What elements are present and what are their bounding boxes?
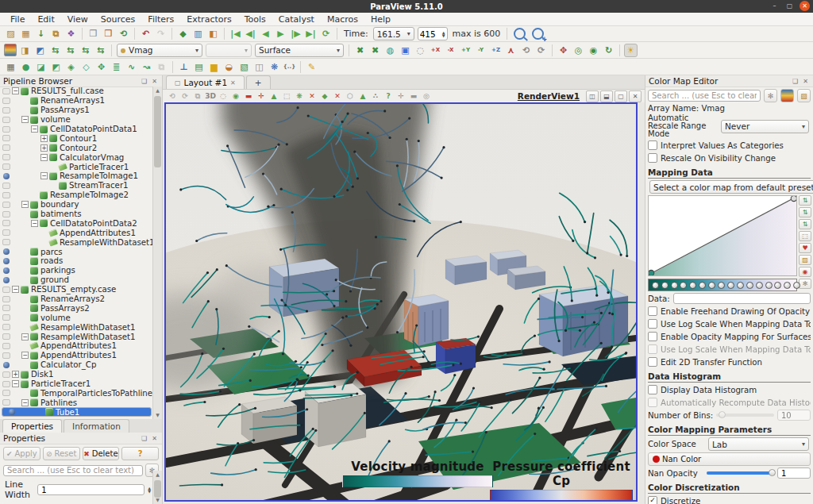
color-space-select[interactable]: Lab▾ [708, 437, 809, 451]
probe-icon[interactable]: ◒ [222, 60, 236, 74]
preset-select[interactable]: Select a color map from default presets▾ [649, 180, 813, 194]
slice-icon[interactable]: ◩ [49, 60, 63, 74]
grow-selection-icon[interactable]: ? [383, 90, 394, 102]
advanced-search-icon[interactable]: ✻ [799, 279, 811, 289]
color-control-point[interactable] [661, 282, 669, 289]
menu-filters[interactable]: Filters [142, 13, 179, 25]
render-icon[interactable]: ❖ [64, 27, 78, 40]
checkbox[interactable] [648, 306, 657, 316]
visibility-toggle[interactable] [0, 154, 12, 160]
split-horizontal-icon[interactable]: ◫ [586, 90, 599, 102]
visibility-toggle[interactable] [0, 399, 12, 406]
texture-icon[interactable]: ▧ [237, 60, 251, 74]
visibility-toggle[interactable] [0, 126, 12, 133]
interactive-select-cells-icon[interactable]: ✕ [332, 90, 343, 102]
color-control-point[interactable] [727, 282, 734, 289]
pipeline-item-results-full-case[interactable]: −RESULTS_full.case [0, 87, 153, 96]
visibility-toggle[interactable] [0, 305, 12, 311]
properties-search-input[interactable] [3, 465, 143, 476]
pipeline-item-calculator-cp[interactable]: Calculator_Cp [0, 360, 153, 370]
visibility-toggle[interactable] [0, 352, 12, 359]
discretize-checkbox[interactable] [648, 496, 657, 504]
color-control-point[interactable] [708, 282, 715, 289]
zoom-to-data-globe-icon[interactable]: ◍ [383, 44, 397, 57]
hidden-eye-icon[interactable] [2, 381, 10, 387]
server-connect-icon[interactable]: ▥ [191, 27, 205, 40]
pipeline-item-pathlines[interactable]: −Pathlines [0, 398, 153, 407]
select-surface-cells-icon[interactable]: ◉ [230, 90, 241, 102]
rescale-visible-range-icon[interactable]: ⇅ [799, 219, 811, 229]
light-kit-icon[interactable]: ☀ [624, 44, 638, 57]
nan-opacity-input[interactable] [777, 467, 811, 479]
nan-opacity-slider[interactable] [707, 471, 774, 475]
copy-screenshot-icon[interactable]: ❒ [87, 27, 100, 40]
expand-icon[interactable]: + [12, 371, 19, 378]
set-view-plus-x-icon[interactable]: +X [429, 44, 442, 57]
play-icon[interactable]: ▶ [274, 27, 287, 40]
plot-over-line-icon[interactable]: ⊥ [177, 60, 191, 74]
pipeline-item-resampletoimage2[interactable]: ResampleToImage2 [0, 190, 153, 200]
zoom-closest-icon[interactable]: ▣ [399, 44, 412, 57]
render-scene[interactable] [166, 104, 636, 500]
visible-eye-icon[interactable] [3, 173, 10, 179]
pipeline-item-particletracer1[interactable]: −ParticleTracer1 [0, 379, 153, 389]
visibility-toggle[interactable] [0, 98, 12, 104]
glyph-icon[interactable]: ≣ [110, 60, 123, 74]
visibility-toggle[interactable] [0, 287, 12, 293]
select-frustum-points-icon[interactable]: ⬚ [281, 90, 292, 102]
maximize-view-icon[interactable]: ▢ [615, 90, 627, 102]
ruler-icon[interactable]: ✎ [305, 60, 318, 74]
hidden-eye-icon[interactable] [2, 183, 10, 189]
visibility-toggle[interactable] [0, 324, 12, 330]
reset-center-icon[interactable]: ◎ [572, 44, 585, 57]
opacity-transfer-function-editor[interactable] [648, 195, 797, 276]
hidden-eye-icon[interactable] [2, 144, 10, 151]
scroll-up-icon[interactable]: ▲ [153, 471, 162, 479]
visibility-toggle[interactable] [0, 135, 12, 141]
color-palette-icon[interactable]: ◧ [206, 27, 220, 40]
menu-tools[interactable]: Tools [239, 13, 272, 25]
histogram-icon[interactable]: ▆ [207, 60, 221, 74]
help-button[interactable]: ? [121, 447, 159, 460]
frame-spinbox[interactable]: ▲▼ [418, 27, 448, 40]
visible-eye-icon[interactable] [3, 248, 10, 255]
scroll-up-icon[interactable]: ▲ [153, 87, 162, 94]
save-colormap-icon[interactable]: ▨ [797, 89, 811, 102]
step-forward-icon[interactable]: |▶ [289, 27, 302, 40]
hidden-eye-icon[interactable] [2, 154, 10, 160]
scroll-thumb[interactable] [154, 96, 161, 167]
rotate-90-cw-icon[interactable]: ⟳ [534, 44, 548, 57]
hidden-eye-icon[interactable] [2, 287, 10, 293]
visibility-toggle[interactable] [0, 296, 12, 302]
pipeline-item-resampletoimage1[interactable]: −ResampleToImage1 [0, 171, 153, 181]
clip-icon[interactable]: ◪ [34, 60, 48, 74]
hidden-eye-icon[interactable] [2, 343, 10, 349]
redo-icon[interactable]: ↷ [154, 27, 168, 40]
properties-scrollbar[interactable]: ▲ ▼ [152, 471, 162, 504]
pipeline-item-parkings[interactable]: parkings [0, 266, 153, 275]
visibility-toggle[interactable] [0, 88, 12, 94]
select-frustum-cells-icon[interactable]: ▲ [268, 90, 279, 102]
menu-file[interactable]: File [5, 13, 30, 25]
visibility-toggle[interactable] [0, 107, 12, 113]
pipeline-item-results-empty-case[interactable]: −RESULTS_empty.case [0, 285, 153, 294]
hidden-eye-icon[interactable] [2, 371, 10, 378]
undock-icon[interactable]: ❏ [791, 77, 800, 86]
clear-selection-icon[interactable]: ▬ [243, 90, 254, 102]
choose-preset-folder-icon[interactable]: ▨ [799, 255, 811, 265]
collapse-icon[interactable]: − [21, 352, 29, 359]
hidden-eye-icon[interactable] [2, 88, 10, 94]
hidden-eye-icon[interactable] [2, 314, 10, 321]
hidden-eye-icon[interactable] [2, 399, 10, 406]
checkbox[interactable] [648, 319, 657, 329]
scroll-down-icon[interactable]: ▼ [153, 496, 162, 504]
add-selection-icon[interactable]: ✛ [395, 90, 406, 102]
camera-redo-icon[interactable]: ⟳ [179, 90, 191, 102]
hidden-eye-icon[interactable] [2, 220, 10, 226]
select-polygon-points-icon[interactable]: ✕ [306, 90, 318, 102]
set-view-plus-z-icon[interactable]: +Z [489, 44, 503, 57]
set-view-minus-y-icon[interactable]: -Y [474, 44, 487, 57]
pipeline-item-appendattributes1[interactable]: −AppendAttributes1 [0, 351, 153, 360]
line-width-input[interactable] [37, 484, 144, 495]
visibility-toggle[interactable] [0, 314, 12, 321]
